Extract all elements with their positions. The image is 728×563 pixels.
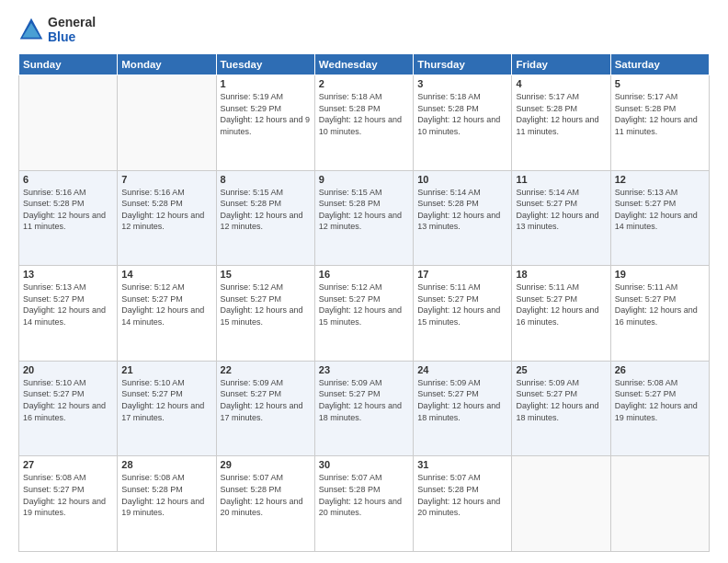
day-info: Sunrise: 5:17 AM Sunset: 5:28 PM Dayligh…: [615, 91, 705, 137]
calendar-week-row: 20Sunrise: 5:10 AM Sunset: 5:27 PM Dayli…: [19, 361, 710, 456]
calendar-cell: 22Sunrise: 5:09 AM Sunset: 5:27 PM Dayli…: [216, 361, 314, 456]
calendar-cell: 25Sunrise: 5:09 AM Sunset: 5:27 PM Dayli…: [512, 361, 610, 456]
day-number: 29: [221, 459, 311, 470]
calendar-cell: 6Sunrise: 5:16 AM Sunset: 5:28 PM Daylig…: [19, 170, 118, 266]
day-info: Sunrise: 5:17 AM Sunset: 5:28 PM Dayligh…: [516, 91, 606, 137]
day-info: Sunrise: 5:14 AM Sunset: 5:27 PM Dayligh…: [516, 187, 606, 233]
calendar-cell: [512, 456, 610, 552]
day-info: Sunrise: 5:15 AM Sunset: 5:28 PM Dayligh…: [221, 187, 311, 233]
day-number: 24: [417, 364, 507, 375]
day-number: 8: [221, 174, 311, 185]
day-info: Sunrise: 5:09 AM Sunset: 5:27 PM Dayligh…: [221, 377, 311, 423]
calendar-cell: 24Sunrise: 5:09 AM Sunset: 5:27 PM Dayli…: [414, 361, 512, 456]
day-number: 3: [417, 78, 507, 89]
day-number: 20: [23, 364, 113, 375]
day-number: 5: [615, 78, 705, 89]
logo-icon: [18, 17, 44, 42]
day-info: Sunrise: 5:13 AM Sunset: 5:27 PM Dayligh…: [23, 282, 113, 327]
day-info: Sunrise: 5:12 AM Sunset: 5:27 PM Dayligh…: [221, 282, 311, 327]
calendar-cell: 12Sunrise: 5:13 AM Sunset: 5:27 PM Dayli…: [610, 170, 709, 266]
calendar-cell: 28Sunrise: 5:08 AM Sunset: 5:28 PM Dayli…: [118, 456, 216, 552]
day-number: 1: [221, 78, 311, 89]
calendar-table: SundayMondayTuesdayWednesdayThursdayFrid…: [18, 53, 710, 552]
day-info: Sunrise: 5:16 AM Sunset: 5:28 PM Dayligh…: [23, 187, 113, 233]
calendar-cell: 15Sunrise: 5:12 AM Sunset: 5:27 PM Dayli…: [216, 266, 314, 362]
day-number: 14: [121, 269, 211, 280]
calendar-cell: 16Sunrise: 5:12 AM Sunset: 5:27 PM Dayli…: [314, 266, 413, 362]
day-number: 6: [23, 174, 113, 185]
day-info: Sunrise: 5:12 AM Sunset: 5:27 PM Dayligh…: [121, 282, 211, 327]
day-number: 19: [615, 269, 705, 280]
day-number: 2: [319, 78, 409, 89]
calendar-cell: 30Sunrise: 5:07 AM Sunset: 5:28 PM Dayli…: [314, 456, 413, 552]
day-number: 12: [615, 174, 705, 185]
day-number: 27: [23, 459, 113, 470]
day-number: 30: [319, 459, 409, 470]
day-info: Sunrise: 5:11 AM Sunset: 5:27 PM Dayligh…: [516, 282, 606, 327]
calendar-page: General Blue SundayMondayTuesdayWednesda…: [0, 0, 728, 563]
calendar-cell: 11Sunrise: 5:14 AM Sunset: 5:27 PM Dayli…: [512, 170, 610, 266]
day-header-sunday: Sunday: [19, 54, 118, 75]
calendar-cell: 8Sunrise: 5:15 AM Sunset: 5:28 PM Daylig…: [216, 170, 314, 266]
day-number: 18: [516, 269, 606, 280]
calendar-cell: 18Sunrise: 5:11 AM Sunset: 5:27 PM Dayli…: [512, 266, 610, 362]
calendar-cell: [19, 75, 118, 171]
calendar-week-row: 1Sunrise: 5:19 AM Sunset: 5:29 PM Daylig…: [19, 75, 710, 171]
calendar-cell: [610, 456, 709, 552]
day-number: 13: [23, 269, 113, 280]
day-info: Sunrise: 5:11 AM Sunset: 5:27 PM Dayligh…: [417, 282, 507, 327]
calendar-cell: [118, 75, 216, 171]
calendar-week-row: 6Sunrise: 5:16 AM Sunset: 5:28 PM Daylig…: [19, 170, 710, 266]
day-number: 26: [615, 364, 705, 375]
day-info: Sunrise: 5:18 AM Sunset: 5:28 PM Dayligh…: [319, 91, 409, 137]
day-number: 17: [417, 269, 507, 280]
day-info: Sunrise: 5:10 AM Sunset: 5:27 PM Dayligh…: [121, 377, 211, 423]
day-info: Sunrise: 5:16 AM Sunset: 5:28 PM Dayligh…: [121, 187, 211, 233]
calendar-cell: 9Sunrise: 5:15 AM Sunset: 5:28 PM Daylig…: [314, 170, 413, 266]
day-info: Sunrise: 5:08 AM Sunset: 5:27 PM Dayligh…: [23, 472, 113, 518]
calendar-cell: 31Sunrise: 5:07 AM Sunset: 5:28 PM Dayli…: [414, 456, 512, 552]
day-number: 23: [319, 364, 409, 375]
calendar-cell: 19Sunrise: 5:11 AM Sunset: 5:27 PM Dayli…: [610, 266, 709, 362]
calendar-week-row: 27Sunrise: 5:08 AM Sunset: 5:27 PM Dayli…: [19, 456, 710, 552]
day-number: 25: [516, 364, 606, 375]
calendar-cell: 2Sunrise: 5:18 AM Sunset: 5:28 PM Daylig…: [314, 75, 413, 171]
day-number: 7: [121, 174, 211, 185]
day-number: 22: [221, 364, 311, 375]
day-info: Sunrise: 5:07 AM Sunset: 5:28 PM Dayligh…: [319, 472, 409, 518]
day-info: Sunrise: 5:12 AM Sunset: 5:27 PM Dayligh…: [319, 282, 409, 327]
day-number: 16: [319, 269, 409, 280]
day-number: 21: [121, 364, 211, 375]
day-header-thursday: Thursday: [414, 54, 512, 75]
header: General Blue: [18, 15, 710, 44]
day-number: 11: [516, 174, 606, 185]
day-info: Sunrise: 5:09 AM Sunset: 5:27 PM Dayligh…: [417, 377, 507, 423]
logo: General Blue: [18, 15, 96, 44]
day-info: Sunrise: 5:10 AM Sunset: 5:27 PM Dayligh…: [23, 377, 113, 423]
day-info: Sunrise: 5:07 AM Sunset: 5:28 PM Dayligh…: [417, 472, 507, 518]
calendar-cell: 4Sunrise: 5:17 AM Sunset: 5:28 PM Daylig…: [512, 75, 610, 171]
day-info: Sunrise: 5:18 AM Sunset: 5:28 PM Dayligh…: [417, 91, 507, 137]
calendar-cell: 17Sunrise: 5:11 AM Sunset: 5:27 PM Dayli…: [414, 266, 512, 362]
day-number: 31: [417, 459, 507, 470]
day-info: Sunrise: 5:08 AM Sunset: 5:28 PM Dayligh…: [121, 472, 211, 518]
calendar-cell: 14Sunrise: 5:12 AM Sunset: 5:27 PM Dayli…: [118, 266, 216, 362]
calendar-cell: 1Sunrise: 5:19 AM Sunset: 5:29 PM Daylig…: [216, 75, 314, 171]
day-number: 9: [319, 174, 409, 185]
calendar-cell: 26Sunrise: 5:08 AM Sunset: 5:27 PM Dayli…: [610, 361, 709, 456]
day-info: Sunrise: 5:09 AM Sunset: 5:27 PM Dayligh…: [319, 377, 409, 423]
calendar-cell: 13Sunrise: 5:13 AM Sunset: 5:27 PM Dayli…: [19, 266, 118, 362]
day-header-monday: Monday: [118, 54, 216, 75]
calendar-week-row: 13Sunrise: 5:13 AM Sunset: 5:27 PM Dayli…: [19, 266, 710, 362]
day-header-saturday: Saturday: [610, 54, 709, 75]
day-number: 15: [221, 269, 311, 280]
day-info: Sunrise: 5:11 AM Sunset: 5:27 PM Dayligh…: [615, 282, 705, 327]
day-info: Sunrise: 5:14 AM Sunset: 5:28 PM Dayligh…: [417, 187, 507, 233]
day-number: 4: [516, 78, 606, 89]
calendar-cell: 10Sunrise: 5:14 AM Sunset: 5:28 PM Dayli…: [414, 170, 512, 266]
day-info: Sunrise: 5:08 AM Sunset: 5:27 PM Dayligh…: [615, 377, 705, 423]
calendar-cell: 5Sunrise: 5:17 AM Sunset: 5:28 PM Daylig…: [610, 75, 709, 171]
day-header-friday: Friday: [512, 54, 610, 75]
day-header-wednesday: Wednesday: [314, 54, 413, 75]
logo-text: General Blue: [48, 15, 96, 44]
